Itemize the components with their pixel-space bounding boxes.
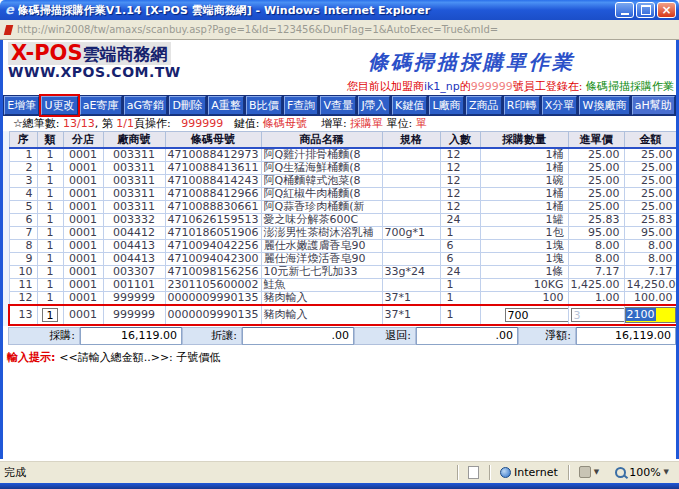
column-header-type: 類 — [37, 132, 63, 149]
cell-qty-per: 1 — [440, 227, 480, 240]
cell-barcode: 0000009990135 — [165, 292, 261, 306]
unit-price-input[interactable] — [571, 308, 625, 322]
cell-amount: 2100 — [624, 305, 677, 325]
maximize-button[interactable] — [636, 2, 655, 18]
toolbar-button-check-qty[interactable]: V查量 — [320, 96, 356, 115]
cell-price: 7.17 — [568, 266, 624, 279]
cell-spec: 37*1 — [382, 305, 440, 325]
status-done-text: 完成 — [4, 465, 453, 480]
internet-zone-icon — [500, 467, 511, 478]
cell-qty: 1罐 — [480, 214, 568, 227]
table-row[interactable]: 1100010033114710088412973阿Q雞汁排骨桶麵(8121桶2… — [9, 148, 677, 162]
amount-input[interactable]: 2100 — [625, 307, 677, 323]
table-row[interactable]: 9100010044134710094042300麗仕海洋煥活香皂9061塊8.… — [9, 253, 677, 266]
purchase-qty-input[interactable] — [505, 308, 569, 322]
toolbar-button-print-transfer[interactable]: R印轉 — [504, 96, 540, 115]
cell-amount: 25.00 — [624, 175, 677, 188]
page-content: X-POS雲端商務網 WWW.XPOS.COM.TW 條碼掃描採購單作業 您目前… — [0, 40, 679, 459]
cell-spec — [382, 188, 440, 201]
cell-qty: 1碗 — [480, 175, 568, 188]
cell-type: 1 — [37, 201, 63, 214]
protected-mode-control[interactable]: ▼ — [573, 466, 605, 478]
cell-vendor: 001101 — [103, 279, 165, 292]
cell-qty: 1條 — [480, 266, 568, 279]
toolbar-button-consign[interactable]: aG寄銷 — [124, 96, 168, 115]
toolbar-button-query[interactable]: F查詢 — [284, 96, 319, 115]
return-label: 退回: — [354, 327, 416, 345]
cell-vendor: 003311 — [103, 201, 165, 214]
security-zone: Internet — [494, 466, 564, 479]
cell-type — [37, 305, 63, 325]
table-row[interactable]: 1010001003307471009815625610元新七七乳加3333g*… — [9, 266, 677, 279]
cell-price: 25.00 — [568, 188, 624, 201]
table-row[interactable]: 7100010044124710186051906澎澎男性茶樹沐浴乳補700g*… — [9, 227, 677, 240]
toolbar-button-change-vendor[interactable]: W換廠商 — [579, 96, 629, 115]
url-text[interactable]: http://win2008/tw/amaxs/scanbuy.asp?Page… — [17, 24, 498, 35]
total-count-label: ☆總筆數: — [13, 117, 63, 130]
toolbar-button-compare-price[interactable]: B比價 — [246, 96, 282, 115]
table-row-editing[interactable]: 13 0001 999999 0000009990135 豬肉輸入 37*1 1… — [9, 305, 677, 325]
cell-type: 1 — [37, 266, 63, 279]
zoom-control[interactable]: 100%▼ — [609, 466, 675, 479]
purchase-total-value: 16,119.00 — [80, 327, 182, 345]
table-row[interactable]: 3100010033114710088414243阿Q桶麵韓式泡菜(8121碗2… — [9, 175, 677, 188]
login-user: ik1_np — [424, 80, 460, 93]
table-row[interactable]: 12100019999990000009990135豬肉輸入37*111001.… — [9, 292, 677, 306]
cell-name: 10元新七七乳加33 — [261, 266, 382, 279]
magnifier-icon — [615, 467, 626, 478]
page-header: X-POS雲端商務網 WWW.XPOS.COM.TW 條碼掃描採購單作業 您目前… — [3, 40, 676, 95]
statusbar-divider — [489, 465, 490, 480]
login-mid2: 號員工登錄在: — [513, 80, 586, 93]
toolbar-button-key-value[interactable]: K鍵值 — [392, 96, 428, 115]
cell-amount: 25.00 — [624, 162, 677, 175]
window-bottom-border — [0, 483, 679, 489]
xpos-logo: X-POS雲端商務網 WWW.XPOS.COM.TW — [8, 42, 181, 80]
cell-qty-per: 1 — [440, 305, 480, 325]
toolbar-button-add-line[interactable]: E增筆 — [4, 96, 39, 115]
cell-price: 1.00 — [568, 292, 624, 306]
toolbar-button-refresh[interactable]: A重整 — [208, 96, 244, 115]
cell-price: 8.00 — [568, 253, 624, 266]
cell-spec — [382, 162, 440, 175]
cell-seq: 10 — [9, 266, 37, 279]
minimize-icon — [621, 13, 629, 15]
cell-qty-per: 24 — [440, 214, 480, 227]
browser-window: e 條碼掃描採購作業V1.14 [X-POS 雲端商務網] - Windows … — [0, 0, 679, 489]
input-hint-text: <<請輸入總金額..>>: 子號價低 — [59, 351, 220, 364]
table-row[interactable]: 2100010033114710088413611阿Q生猛海鮮桶麵(8121桶2… — [9, 162, 677, 175]
totals-bar: 採購: 16,119.00 折讓: .00 退回: .00 淨額: 16,119… — [8, 327, 676, 345]
minimize-button[interactable] — [615, 2, 634, 18]
cell-store: 0001 — [63, 305, 103, 325]
toolbar-button-import[interactable]: J帶入 — [358, 96, 390, 115]
toolbar-button-split-order[interactable]: X分單 — [542, 96, 578, 115]
cell-barcode: 4710098156256 — [165, 266, 261, 279]
login-prefix: 您目前以加盟商 — [347, 80, 424, 93]
chevron-down-icon: ▼ — [664, 468, 669, 476]
cell-price: 1,425.00 — [568, 279, 624, 292]
cell-price: 8.00 — [568, 240, 624, 253]
logo-brand: X-POS — [11, 41, 83, 65]
cell-spec — [382, 201, 440, 214]
table-row[interactable]: 4100010033114710088412966阿Q紅椒牛肉桶麵(8121桶2… — [9, 188, 677, 201]
page-title: 條碼掃描採購單作業 — [368, 49, 575, 76]
table-row[interactable]: 8100010044134710094042256麗仕水嫩護膚香皂9061塊8.… — [9, 240, 677, 253]
toolbar-button-product[interactable]: Z商品 — [466, 96, 502, 115]
close-button[interactable]: × — [657, 2, 676, 18]
toolbar-button-vendor[interactable]: L廠商 — [429, 96, 463, 115]
maximize-icon — [641, 5, 651, 15]
table-row[interactable]: 6100010033324710626159513愛之味分解茶600C241罐2… — [9, 214, 677, 227]
toolbar-button-delete[interactable]: D刪除 — [169, 96, 206, 115]
cell-barcode: 0000009990135 — [165, 305, 261, 325]
toolbar-button-modify[interactable]: U更改 — [41, 96, 77, 115]
toolbar-button-help[interactable]: aH幫助 — [632, 96, 675, 115]
zone-label: Internet — [514, 466, 558, 479]
type-input[interactable] — [42, 308, 58, 322]
toolbar-button-send-warehouse[interactable]: aE寄庫 — [80, 96, 122, 115]
table-row[interactable]: 5100010033114710088830661阿Q蒜香珍肉桶麵(新121桶2… — [9, 201, 677, 214]
table-row[interactable]: 11100010011012301105600002鮭魚110KG1,425.0… — [9, 279, 677, 292]
purchase-total-label: 採購: — [8, 327, 80, 345]
cell-qty-per: 12 — [440, 162, 480, 175]
cell-barcode: 4710088414243 — [165, 175, 261, 188]
cell-price: 25.00 — [568, 201, 624, 214]
page-error-icon — [4, 25, 13, 35]
